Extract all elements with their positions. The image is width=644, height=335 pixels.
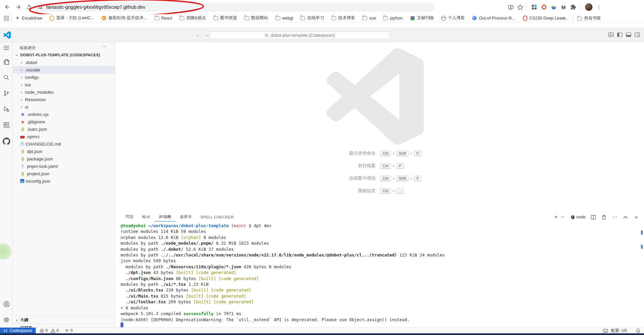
tree-root[interactable]: › DOBOT-PLUS-TEMPLATE [CODESPACES] bbox=[13, 51, 115, 59]
more-actions-icon[interactable]: ⋯ bbox=[612, 214, 618, 220]
extension-onetab-icon[interactable] bbox=[540, 3, 548, 11]
terminal-dropdown-icon[interactable]: › bbox=[560, 214, 566, 220]
bookmark-item[interactable]: 极客时间-提升技术... bbox=[102, 15, 147, 21]
bookmark-item[interactable]: 技术博客 bbox=[331, 15, 355, 21]
all-bookmarks[interactable]: 所有书签 bbox=[577, 14, 601, 22]
tree-file-project.json[interactable]: project.json bbox=[13, 170, 115, 177]
split-terminal-icon[interactable] bbox=[590, 214, 596, 220]
panel-tab-輸出[interactable]: 輸出 bbox=[138, 212, 155, 221]
extension-salad-icon[interactable] bbox=[550, 3, 558, 11]
history-forward-icon[interactable]: → bbox=[204, 32, 209, 37]
browser-menu-icon[interactable]: ⋮ bbox=[595, 3, 603, 11]
explorer-more-icon[interactable]: ⋯ bbox=[102, 43, 107, 50]
problems-status[interactable]: 0 0 bbox=[40, 328, 59, 334]
github-icon[interactable] bbox=[3, 138, 10, 145]
tree-folder-node_modules[interactable]: ›node_modules bbox=[13, 88, 115, 96]
account-icon[interactable] bbox=[3, 300, 10, 308]
bookmarks-overflow[interactable]: » bbox=[562, 14, 565, 22]
tree-file-gitignore[interactable]: .gitignore bbox=[13, 118, 115, 125]
ports-status[interactable]: 0 bbox=[65, 328, 73, 334]
tree-folder-lua[interactable]: ›lua bbox=[13, 81, 115, 88]
panel-tab-連接埠[interactable]: 連接埠 bbox=[175, 212, 196, 221]
extension-grid-icon[interactable] bbox=[530, 3, 538, 11]
bookmark-item[interactable]: vue bbox=[362, 16, 376, 21]
key-chip: P bbox=[396, 163, 404, 169]
bookmark-item[interactable]: webgl bbox=[276, 16, 293, 21]
terminal-output[interactable]: @toadyokai →/workspaces/dobot-plus-templ… bbox=[121, 223, 445, 328]
shortcut-keys: Ctrl+Shift+P bbox=[380, 151, 421, 156]
install-app-icon[interactable] bbox=[507, 3, 515, 11]
bookmark-item[interactable]: python bbox=[383, 16, 403, 21]
bookmark-item[interactable]: 題庫 - 力扣 (LeetC... bbox=[50, 15, 94, 21]
extension-m-icon[interactable]: M bbox=[559, 3, 568, 11]
bookmark-star-icon[interactable] bbox=[516, 3, 524, 11]
tree-folder-configs[interactable]: ›configs bbox=[13, 73, 115, 81]
bookmark-item[interactable]: 在线学习 bbox=[300, 15, 324, 21]
bookmark-item[interactable]: Out-of-Process ifr... bbox=[472, 16, 515, 21]
folder-icon bbox=[577, 16, 582, 21]
apps-grid-icon[interactable] bbox=[3, 16, 10, 21]
history-back-icon[interactable]: ← bbox=[195, 32, 200, 37]
customize-layout-icon[interactable] bbox=[608, 32, 614, 37]
bookmark-item[interactable]: 文献刊物 bbox=[410, 15, 434, 21]
search-icon[interactable] bbox=[3, 74, 10, 81]
bookmark-item[interactable]: CS230 Deep Learn... bbox=[523, 16, 569, 21]
screen-reader-icon[interactable] bbox=[603, 328, 608, 334]
terminal-line: modules by path ./.dobot/ 52.6 KiB 27 mo… bbox=[121, 246, 445, 252]
profile-avatar[interactable] bbox=[585, 3, 593, 11]
bookmark-item[interactable]: React bbox=[155, 16, 172, 21]
extensions-puzzle-icon[interactable] bbox=[569, 3, 577, 11]
tree-file-pnpm-lock.yaml[interactable]: pnpm-lock.yaml bbox=[13, 162, 115, 170]
shortcut-keys: Ctrl+, bbox=[380, 188, 404, 194]
tree-file-CHANGELOG.md[interactable]: CHANGELOG.md bbox=[13, 140, 115, 148]
toggle-secondary-sidebar-icon[interactable] bbox=[635, 32, 640, 37]
panel-tab-終端機[interactable]: 終端機 bbox=[155, 212, 175, 221]
run-debug-icon[interactable] bbox=[3, 105, 10, 113]
close-panel-icon[interactable]: × bbox=[633, 214, 639, 220]
tree-folder-vscode[interactable]: ›.vscode bbox=[13, 66, 115, 73]
bookmark-item[interactable]: 个人博客 bbox=[441, 15, 465, 21]
reload-icon[interactable] bbox=[25, 3, 33, 11]
bookmark-item[interactable]: Excalidraw bbox=[15, 16, 42, 21]
pnpm-file-icon bbox=[20, 164, 25, 169]
keyboard-layout-status[interactable]: 配置: US bbox=[611, 328, 627, 334]
kill-terminal-icon[interactable] bbox=[601, 214, 607, 220]
extensions-icon[interactable] bbox=[3, 121, 10, 129]
command-center[interactable]: dobot-plus-template [Codespaces] bbox=[210, 31, 390, 39]
settings-gear-icon[interactable] bbox=[3, 316, 10, 324]
panel-tab-SPELL CHECKER[interactable]: SPELL CHECKER bbox=[196, 212, 238, 221]
tree-file-luarc.json[interactable]: .luarc.json bbox=[13, 125, 115, 133]
forward-icon[interactable] bbox=[14, 3, 22, 11]
file-label: dpt.json bbox=[27, 149, 42, 154]
toggle-sidebar-icon[interactable] bbox=[617, 32, 622, 37]
tree-file-dpt.json[interactable]: dpt.json bbox=[13, 148, 115, 155]
remote-indicator[interactable]: Codespaces bbox=[0, 328, 36, 334]
overflow-chevron[interactable]: » bbox=[562, 16, 565, 21]
tree-file-eslintrc.cjs[interactable]: .eslintrc.cjs bbox=[13, 111, 115, 118]
url-bar[interactable]: fantastic-goggles-g4xx66gv95xcwp7.github… bbox=[34, 2, 434, 12]
toggle-panel-icon[interactable] bbox=[626, 32, 631, 37]
ports-count: 0 bbox=[70, 328, 73, 333]
site-settings-icon[interactable] bbox=[38, 5, 43, 10]
tree-folder-dobot[interactable]: ›.dobot bbox=[13, 59, 115, 66]
back-icon[interactable] bbox=[3, 3, 11, 11]
bookmark-item[interactable]: 前瞻&观点 bbox=[180, 15, 206, 21]
shortcut-row: 顯示所有命令Ctrl+Shift+P bbox=[270, 150, 459, 157]
maximize-panel-icon[interactable] bbox=[622, 214, 629, 220]
bookmark-item[interactable]: 图书资源 bbox=[214, 15, 237, 21]
new-terminal-icon[interactable]: + bbox=[553, 214, 559, 220]
notifications-bell-icon[interactable] bbox=[636, 328, 640, 334]
bookmark-item[interactable]: 数据网站 bbox=[245, 15, 268, 21]
menu-hamburger-icon[interactable] bbox=[3, 44, 10, 52]
source-control-icon[interactable] bbox=[3, 90, 10, 97]
tree-file-tsconfig.json[interactable]: tstsconfig.json bbox=[13, 177, 115, 185]
tree-folder-Resources[interactable]: ›Resources bbox=[13, 96, 115, 103]
tree-file-package.json[interactable]: package.json bbox=[13, 155, 115, 162]
tree-folder-ui[interactable]: ›ui bbox=[13, 103, 115, 111]
file-label: .gitignore bbox=[27, 119, 45, 124]
tree-file-npmrc[interactable]: .npmrc bbox=[13, 133, 115, 140]
panel-tab-問題[interactable]: 問題 bbox=[121, 212, 138, 221]
explorer-icon[interactable] bbox=[3, 58, 10, 66]
terminal-profile[interactable]: node bbox=[571, 215, 585, 219]
outline-section[interactable]: › 大綱 bbox=[13, 315, 115, 324]
